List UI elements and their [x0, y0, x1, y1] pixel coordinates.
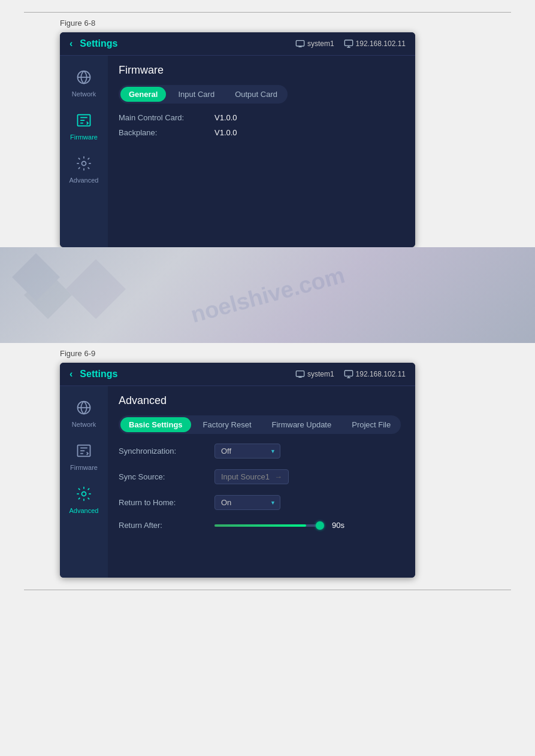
firmware-field-1: Main Control Card: V1.0.0 — [119, 113, 404, 122]
settings-label-2: Settings — [80, 369, 117, 379]
sidebar-item-advanced-2[interactable]: Advanced — [61, 478, 107, 519]
settings-icon-1 — [75, 155, 92, 172]
settings-body-2: Network Firmware — [60, 386, 415, 578]
tab-firmware-update[interactable]: Firmware Update — [264, 417, 340, 432]
sidebar-advanced-label-1: Advanced — [69, 177, 99, 184]
settings-body-1: Network Firmware — [60, 56, 415, 247]
slider-fill — [214, 524, 306, 527]
system-icon-2 — [295, 369, 305, 379]
sync-label: Synchronization: — [119, 447, 214, 456]
settings-title-1[interactable]: ‹ Settings — [69, 38, 117, 49]
slider-track[interactable] — [214, 524, 322, 527]
tab-output-card[interactable]: Output Card — [226, 87, 286, 102]
settings-label-1: Settings — [80, 38, 117, 49]
back-chevron-icon-2[interactable]: ‹ — [69, 369, 72, 379]
system-label-1: system1 — [307, 40, 334, 48]
return-after-field: Return After: 90s — [119, 521, 404, 530]
network-icon-2 — [75, 399, 92, 416]
ip-info-1: 192.168.102.11 — [344, 39, 406, 48]
sidebar-advanced-label-2: Advanced — [69, 507, 99, 514]
sidebar-2: Network Firmware — [60, 386, 108, 578]
firmware-icon-2 — [75, 442, 92, 459]
firmware-field-value-1: V1.0.0 — [214, 113, 237, 122]
tab-basic-settings[interactable]: Basic Settings — [120, 417, 191, 432]
figure1-label: Figure 6-8 — [60, 19, 511, 28]
sidebar-item-network-2[interactable]: Network — [61, 392, 107, 433]
sync-source-field: Sync Source: Input Source1 → — [119, 469, 404, 484]
sidebar-firmware-label-1: Firmware — [70, 133, 98, 141]
figure2-label: Figure 6-9 — [60, 349, 511, 358]
slider-value: 90s — [332, 521, 344, 530]
sync-select-wrapper: Off On — [214, 444, 280, 459]
settings-header-2: ‹ Settings system1 192.168.102.11 — [60, 363, 415, 386]
sidebar-firmware-label-2: Firmware — [70, 464, 98, 471]
bottom-rule — [24, 590, 511, 590]
system-info-1: system1 — [295, 39, 334, 48]
settings-panel-firmware: ‹ Settings system1 192.168.102.11 — [60, 32, 415, 247]
advanced-tab-row: Basic Settings Factory Reset Firmware Up… — [119, 415, 401, 434]
sidebar-item-advanced-1[interactable]: Advanced — [61, 148, 107, 189]
return-after-label: Return After: — [119, 521, 214, 530]
system-icon-1 — [295, 39, 305, 48]
advanced-title: Advanced — [119, 394, 404, 407]
top-rule — [24, 12, 511, 13]
return-home-label: Return to Home: — [119, 498, 214, 507]
network-icon-circle-1 — [73, 66, 95, 88]
settings-panel-advanced: ‹ Settings system1 192.168.102.11 — [60, 363, 415, 578]
svg-rect-9 — [296, 371, 304, 377]
svg-rect-1 — [344, 40, 352, 45]
back-chevron-icon-1[interactable]: ‹ — [69, 38, 72, 49]
svg-rect-0 — [296, 41, 304, 46]
sidebar-network-label-1: Network — [72, 90, 96, 98]
svg-rect-10 — [344, 371, 352, 376]
content-area-firmware: Firmware General Input Card Output Card … — [108, 56, 415, 247]
return-home-select[interactable]: On Off — [214, 495, 280, 510]
settings-header-1: ‹ Settings system1 192.168.102.11 — [60, 32, 415, 56]
network-icon-circle-2 — [73, 397, 95, 418]
firmware-field-2: Backplane: V1.0.0 — [119, 128, 404, 137]
tab-project-file[interactable]: Project File — [343, 417, 399, 432]
firmware-icon-1 — [75, 112, 92, 129]
settings-icon-2 — [75, 485, 92, 502]
advanced-icon-circle-1 — [73, 153, 95, 174]
settings-header-right-1: system1 192.168.102.11 — [295, 39, 406, 48]
network-icon-1 — [75, 69, 92, 86]
settings-title-2[interactable]: ‹ Settings — [69, 369, 117, 379]
sidebar-item-network-1[interactable]: Network — [61, 62, 107, 102]
sidebar-network-label-2: Network — [72, 421, 96, 428]
decorative-bg — [0, 247, 535, 343]
svg-point-5 — [82, 162, 86, 166]
return-home-select-wrapper: On Off — [214, 495, 280, 510]
firmware-tab-row: General Input Card Output Card — [119, 85, 288, 104]
firmware-icon-circle-2 — [73, 440, 95, 462]
mid-section: noelshive.com — [0, 247, 535, 343]
slider-thumb[interactable] — [316, 521, 324, 530]
firmware-field-value-2: V1.0.0 — [214, 128, 237, 137]
system-label-2: system1 — [307, 370, 334, 378]
sync-source-btn[interactable]: Input Source1 → — [214, 469, 289, 484]
content-area-advanced: Advanced Basic Settings Factory Reset Fi… — [108, 386, 415, 578]
ip-label-2: 192.168.102.11 — [356, 370, 406, 378]
settings-header-right-2: system1 192.168.102.11 — [295, 369, 406, 379]
svg-marker-7 — [66, 259, 126, 319]
firmware-field-label-1: Main Control Card: — [119, 113, 214, 122]
sync-source-label: Sync Source: — [119, 472, 214, 481]
advanced-icon-circle-2 — [73, 483, 95, 505]
firmware-icon-circle-1 — [73, 110, 95, 131]
tab-general[interactable]: General — [120, 87, 166, 102]
system-info-2: system1 — [295, 369, 334, 379]
sidebar-item-firmware-1[interactable]: Firmware — [61, 105, 107, 145]
sync-select[interactable]: Off On — [214, 444, 280, 459]
sidebar-item-firmware-2[interactable]: Firmware — [61, 435, 107, 476]
page-wrapper: Figure 6-8 ‹ Settings system1 — [0, 0, 535, 756]
monitor-icon-2 — [344, 369, 353, 379]
return-after-slider-row: 90s — [214, 521, 344, 530]
return-home-field: Return to Home: On Off — [119, 495, 404, 510]
firmware-field-label-2: Backplane: — [119, 128, 214, 137]
sync-field: Synchronization: Off On — [119, 444, 404, 459]
tab-input-card[interactable]: Input Card — [170, 87, 223, 102]
tab-factory-reset[interactable]: Factory Reset — [195, 417, 260, 432]
sync-source-arrow: → — [274, 472, 282, 481]
sidebar-1: Network Firmware — [60, 56, 108, 247]
ip-label-1: 192.168.102.11 — [356, 40, 406, 48]
